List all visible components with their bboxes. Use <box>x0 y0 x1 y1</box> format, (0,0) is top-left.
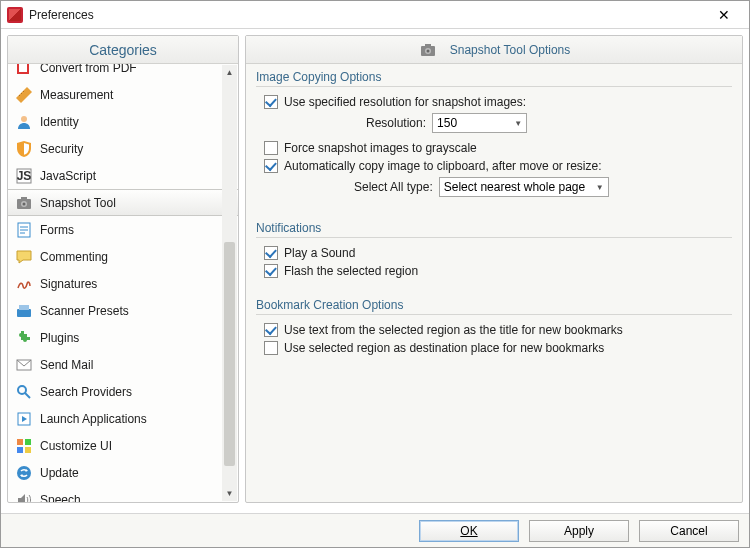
selectall-combo[interactable]: Select nearest whole page ▼ <box>439 177 609 197</box>
resolution-value: 150 <box>437 116 510 130</box>
app-icon <box>7 7 23 23</box>
sidebar-item-signature[interactable]: Signatures <box>8 270 238 297</box>
resolution-label: Resolution: <box>366 116 426 130</box>
scroll-down-icon[interactable]: ▼ <box>222 486 237 501</box>
sidebar-item-label: Security <box>40 142 83 156</box>
ok-button[interactable]: OK <box>419 520 519 542</box>
chevron-down-icon: ▼ <box>596 183 604 192</box>
sidebar-item-label: Commenting <box>40 250 108 264</box>
camera-icon <box>418 40 438 60</box>
sidebar-item-js[interactable]: JavaScript <box>8 162 238 189</box>
sound-checkbox[interactable] <box>264 246 278 260</box>
scroll-thumb[interactable] <box>224 242 235 465</box>
categories-list: Convert from PDFMeasurementIdentitySecur… <box>8 64 238 502</box>
bookmark-region-checkbox[interactable] <box>264 341 278 355</box>
group-title: Notifications <box>256 221 732 238</box>
sidebar-item-label: Measurement <box>40 88 113 102</box>
sidebar-item-label: Speech <box>40 493 81 503</box>
close-button[interactable]: ✕ <box>705 4 743 26</box>
scroll-up-icon[interactable]: ▲ <box>222 65 237 80</box>
plugin-icon <box>14 328 34 348</box>
categories-pane: Categories Convert from PDFMeasurementId… <box>7 35 239 503</box>
sidebar-item-speech[interactable]: Speech <box>8 486 238 502</box>
options-pane: Snapshot Tool Options Image Copying Opti… <box>245 35 743 503</box>
flash-label: Flash the selected region <box>284 264 418 278</box>
sidebar-item-search[interactable]: Search Providers <box>8 378 238 405</box>
footer: OK Apply Cancel <box>1 513 749 547</box>
grayscale-checkbox[interactable] <box>264 141 278 155</box>
sidebar-item-label: JavaScript <box>40 169 96 183</box>
sidebar-item-customize[interactable]: Customize UI <box>8 432 238 459</box>
window-title: Preferences <box>29 8 705 22</box>
sidebar-item-mail[interactable]: Send Mail <box>8 351 238 378</box>
sidebar-item-launch[interactable]: Launch Applications <box>8 405 238 432</box>
sidebar-item-label: Search Providers <box>40 385 132 399</box>
camera-icon <box>14 193 34 213</box>
bookmark-region-label: Use selected region as destination place… <box>284 341 604 355</box>
resolution-combo[interactable]: 150 ▼ <box>432 113 527 133</box>
cancel-button[interactable]: Cancel <box>639 520 739 542</box>
sidebar-item-label: Snapshot Tool <box>40 196 116 210</box>
apply-button[interactable]: Apply <box>529 520 629 542</box>
speech-icon <box>14 490 34 503</box>
scrollbar[interactable]: ▲ ▼ <box>222 65 237 501</box>
js-icon <box>14 166 34 186</box>
sidebar-item-comment[interactable]: Commenting <box>8 243 238 270</box>
forms-icon <box>14 220 34 240</box>
categories-header: Categories <box>8 36 238 64</box>
sidebar-item-label: Send Mail <box>40 358 93 372</box>
mail-icon <box>14 355 34 375</box>
group-title: Image Copying Options <box>256 70 732 87</box>
sidebar-item-convert[interactable]: Convert from PDF <box>8 64 238 81</box>
scanner-icon <box>14 301 34 321</box>
sidebar-item-update[interactable]: Update <box>8 459 238 486</box>
ruler-icon <box>14 85 34 105</box>
sidebar-item-label: Plugins <box>40 331 79 345</box>
selectall-label: Select All type: <box>354 180 433 194</box>
launch-icon <box>14 409 34 429</box>
group-title: Bookmark Creation Options <box>256 298 732 315</box>
shield-icon <box>14 139 34 159</box>
group-image-copying: Image Copying Options Use specified reso… <box>256 70 732 205</box>
sidebar-item-shield[interactable]: Security <box>8 135 238 162</box>
sidebar-item-scanner[interactable]: Scanner Presets <box>8 297 238 324</box>
titlebar: Preferences ✕ <box>1 1 749 29</box>
sidebar-item-ruler[interactable]: Measurement <box>8 81 238 108</box>
sidebar-item-camera[interactable]: Snapshot Tool <box>8 189 238 216</box>
sidebar-item-label: Identity <box>40 115 79 129</box>
use-resolution-label: Use specified resolution for snapshot im… <box>284 95 526 109</box>
close-icon: ✕ <box>718 7 730 23</box>
autocopy-checkbox[interactable] <box>264 159 278 173</box>
sidebar-item-label: Launch Applications <box>40 412 147 426</box>
use-resolution-checkbox[interactable] <box>264 95 278 109</box>
group-bookmarks: Bookmark Creation Options Use text from … <box>256 298 732 359</box>
sidebar-item-identity[interactable]: Identity <box>8 108 238 135</box>
sidebar-item-label: Scanner Presets <box>40 304 129 318</box>
options-header: Snapshot Tool Options <box>246 36 742 64</box>
sound-label: Play a Sound <box>284 246 355 260</box>
selectall-value: Select nearest whole page <box>444 180 592 194</box>
signature-icon <box>14 274 34 294</box>
identity-icon <box>14 112 34 132</box>
customize-icon <box>14 436 34 456</box>
convert-icon <box>14 64 34 78</box>
autocopy-label: Automatically copy image to clipboard, a… <box>284 159 601 173</box>
sidebar-item-label: Customize UI <box>40 439 112 453</box>
sidebar-item-label: Forms <box>40 223 74 237</box>
bookmark-text-label: Use text from the selected region as the… <box>284 323 623 337</box>
search-icon <box>14 382 34 402</box>
sidebar-item-forms[interactable]: Forms <box>8 216 238 243</box>
update-icon <box>14 463 34 483</box>
flash-checkbox[interactable] <box>264 264 278 278</box>
comment-icon <box>14 247 34 267</box>
bookmark-text-checkbox[interactable] <box>264 323 278 337</box>
panel-title: Snapshot Tool Options <box>450 43 571 57</box>
sidebar-item-label: Update <box>40 466 79 480</box>
grayscale-label: Force snapshot images to grayscale <box>284 141 477 155</box>
sidebar-item-label: Convert from PDF <box>40 64 137 75</box>
group-notifications: Notifications Play a Sound Flash the sel… <box>256 221 732 282</box>
sidebar-item-plugin[interactable]: Plugins <box>8 324 238 351</box>
chevron-down-icon: ▼ <box>514 119 522 128</box>
sidebar-item-label: Signatures <box>40 277 97 291</box>
